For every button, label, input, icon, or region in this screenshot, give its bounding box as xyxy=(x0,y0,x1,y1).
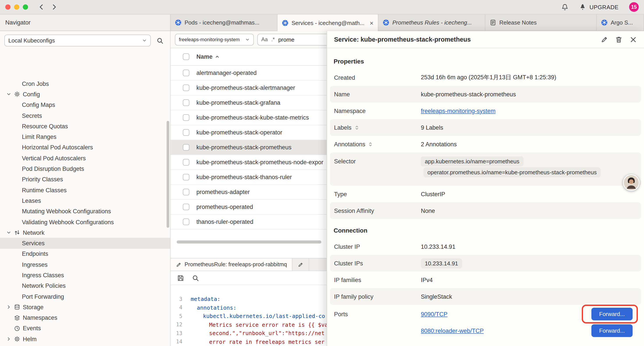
code-text: Metrics service error rate is {{ $va xyxy=(186,322,328,328)
notification-badge[interactable]: 15 xyxy=(629,2,639,12)
port-forward-button[interactable]: Forward... xyxy=(592,324,632,337)
save-button[interactable] xyxy=(175,272,186,284)
resource-name: kube-prometheus-stack-operator xyxy=(196,129,282,136)
code-text: annotations: xyxy=(186,304,236,311)
sidebar-item-label: Events xyxy=(23,325,41,332)
code-text: kubectl.kubernetes.io/last-applied-co xyxy=(186,313,325,320)
tab-argo-s[interactable]: Argo S... xyxy=(597,14,644,31)
sidebar-item-ingresses[interactable]: Ingresses xyxy=(0,259,170,270)
sidebar-item-namespaces[interactable]: Namespaces xyxy=(0,313,170,323)
resource-tree: Cron JobsConfigConfig MapsSecretsResourc… xyxy=(0,78,170,346)
property-label: Namespace xyxy=(334,107,421,114)
sidebar-item-priority-classes[interactable]: Priority Classes xyxy=(0,174,170,185)
row-checkbox[interactable] xyxy=(183,219,190,225)
sidebar-item-config-maps[interactable]: Config Maps xyxy=(0,100,170,110)
value-chip: app.kubernetes.io/name=prometheus xyxy=(421,156,523,166)
sidebar-item-cron-jobs[interactable]: Cron Jobs xyxy=(0,78,170,89)
select-all-checkbox[interactable] xyxy=(183,53,190,60)
sidebar-search-button[interactable] xyxy=(154,35,166,46)
delete-icon[interactable] xyxy=(615,36,622,43)
row-checkbox[interactable] xyxy=(183,144,190,151)
sidebar-item-helm[interactable]: Helm xyxy=(0,334,170,345)
editor-tab-next[interactable] xyxy=(293,258,309,271)
sidebar-item-limit-ranges[interactable]: Limit Ranges xyxy=(0,132,170,142)
editor-search-button[interactable] xyxy=(190,272,201,284)
regex-toggle[interactable]: .* xyxy=(271,36,275,42)
port-forward-button[interactable]: Forward... xyxy=(592,308,632,320)
property-value: kube-prometheus-stack-prometheus xyxy=(421,91,637,97)
sidebar-item-secrets[interactable]: Secrets xyxy=(0,110,170,121)
sidebar-item-port-forwarding[interactable]: Port Forwarding xyxy=(0,291,170,302)
sidebar-item-mutating-webhook-configurations[interactable]: Mutating Webhook Configurations xyxy=(0,206,170,217)
sidebar-scrollbar[interactable] xyxy=(166,121,169,228)
row-checkbox[interactable] xyxy=(183,129,190,136)
kubernetes-icon xyxy=(383,19,389,26)
sidebar-item-horizontal-pod-autoscalers[interactable]: Horizontal Pod Autoscalers xyxy=(0,142,170,153)
sidebar-item-events[interactable]: Events xyxy=(0,323,170,334)
rocket-icon xyxy=(579,3,586,10)
zoom-window-button[interactable] xyxy=(23,4,28,10)
row-checkbox[interactable] xyxy=(183,70,190,76)
navigator-panel-tab[interactable]: Navigator xyxy=(0,14,170,31)
sidebar-item-storage[interactable]: Storage xyxy=(0,302,170,313)
editor-tab-prometheusrule[interactable]: PrometheusRule: freeleaps-prod-rabbitmq xyxy=(170,258,293,271)
sort-ascending-icon xyxy=(215,54,220,59)
tab-pods-icecheng-mathmas[interactable]: Pods - icecheng@mathmas... xyxy=(170,14,278,31)
sidebar-item-vertical-pod-autoscalers[interactable]: Vertical Pod Autoscalers xyxy=(0,153,170,164)
sidebar-item-runtime-classes[interactable]: Runtime Classes xyxy=(0,185,170,196)
open-tabs: Pods - icecheng@mathmas...Services - ice… xyxy=(170,14,644,31)
sidebar-item-endpoints[interactable]: Endpoints xyxy=(0,249,170,260)
match-case-toggle[interactable]: Aa xyxy=(261,36,268,42)
column-header-name[interactable]: Name xyxy=(196,53,220,60)
back-icon[interactable] xyxy=(38,3,45,10)
navigator-label: Navigator xyxy=(5,19,31,26)
minimize-window-button[interactable] xyxy=(14,4,19,10)
row-checkbox[interactable] xyxy=(183,114,190,121)
sidebar-item-resource-quotas[interactable]: Resource Quotas xyxy=(0,121,170,132)
close-icon[interactable]: × xyxy=(367,19,374,26)
tab-services-icecheng-math[interactable]: Services - icecheng@math...× xyxy=(278,14,378,31)
titlebar-right: UPGRADE 15 xyxy=(561,2,639,12)
sidebar-item-access-control[interactable]: Access Control xyxy=(0,345,170,346)
tab-release-notes[interactable]: Release Notes xyxy=(485,14,597,31)
port-link[interactable]: 9090/TCP xyxy=(421,311,448,317)
namespace-filter[interactable]: freeleaps-monitoring-system xyxy=(175,33,254,45)
close-window-button[interactable] xyxy=(5,4,10,10)
close-icon[interactable] xyxy=(630,36,637,43)
row-checkbox[interactable] xyxy=(183,204,190,210)
edit-icon[interactable] xyxy=(600,36,608,43)
row-checkbox[interactable] xyxy=(183,159,190,166)
upgrade-button[interactable]: UPGRADE xyxy=(579,3,618,10)
forward-icon[interactable] xyxy=(51,3,58,10)
property-value: None xyxy=(421,207,637,214)
horizontal-scrollbar[interactable] xyxy=(177,240,321,244)
sidebar-item-validating-webhook-configurations[interactable]: Validating Webhook Configurations xyxy=(0,217,170,228)
sidebar-item-label: Config xyxy=(23,91,40,98)
resource-search-input[interactable]: Aa .* prome xyxy=(257,33,332,45)
port-link[interactable]: 8080:reloader-web/TCP xyxy=(421,327,484,334)
floating-avatar[interactable] xyxy=(623,174,640,191)
kubeconfig-selector[interactable]: Local Kubeconfigs xyxy=(4,34,151,46)
sidebar-item-label: Resource Quotas xyxy=(22,123,68,130)
sidebar-item-label: Vertical Pod Autoscalers xyxy=(22,155,86,161)
sidebar-item-services[interactable]: Services xyxy=(0,238,170,249)
sidebar-item-network[interactable]: Network xyxy=(0,227,170,238)
property-row-ports: Ports9090/TCPForward...8080:reloader-web… xyxy=(330,305,641,340)
value-chip: 10.233.14.91 xyxy=(421,258,462,268)
row-checkbox[interactable] xyxy=(183,174,190,180)
editor-tab-label: PrometheusRule: freeleaps-prod-rabbitmq xyxy=(184,262,287,268)
sidebar-item-config[interactable]: Config xyxy=(0,89,170,100)
sidebar-item-network-policies[interactable]: Network Policies xyxy=(0,281,170,291)
sidebar-item-leases[interactable]: Leases xyxy=(0,196,170,206)
property-link[interactable]: freeleaps-monitoring-system xyxy=(421,107,496,114)
sidebar-item-pod-disruption-budgets[interactable]: Pod Disruption Budgets xyxy=(0,164,170,174)
sidebar-item-ingress-classes[interactable]: Ingress Classes xyxy=(0,270,170,281)
notifications-bell-icon[interactable] xyxy=(561,3,568,11)
row-checkbox[interactable] xyxy=(183,189,190,195)
kubernetes-icon xyxy=(601,19,608,26)
line-number: 5 xyxy=(170,313,186,319)
row-checkbox[interactable] xyxy=(183,84,190,91)
row-checkbox[interactable] xyxy=(183,99,190,106)
tab-prometheus-rules-icecheng[interactable]: Prometheus Rules - icecheng... xyxy=(378,14,485,31)
config-icon xyxy=(14,91,20,97)
